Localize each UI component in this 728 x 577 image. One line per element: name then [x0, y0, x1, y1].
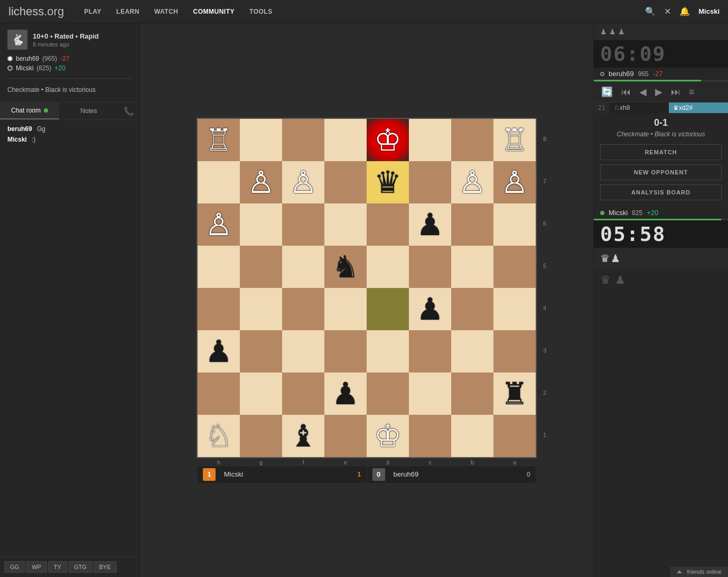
- square-f3[interactable]: [282, 330, 324, 373]
- square-b4[interactable]: [451, 288, 493, 330]
- square-h2[interactable]: [198, 373, 240, 415]
- square-g5[interactable]: [240, 246, 282, 288]
- square-d3[interactable]: [367, 330, 409, 373]
- logo[interactable]: lichess.org: [8, 5, 64, 18]
- square-b1[interactable]: [451, 415, 493, 457]
- tab-notes[interactable]: Notes: [59, 103, 118, 119]
- square-b5[interactable]: [451, 246, 493, 288]
- square-e1[interactable]: [324, 415, 367, 457]
- move-white-21[interactable]: ♘xh8: [610, 103, 669, 113]
- rematch-button[interactable]: REMATCH: [600, 144, 722, 160]
- square-g3[interactable]: [240, 330, 282, 373]
- square-d6[interactable]: [367, 203, 409, 246]
- square-e6[interactable]: [324, 203, 367, 246]
- square-e2[interactable]: ♟: [324, 373, 367, 415]
- player-bottom-name[interactable]: Micski: [609, 209, 628, 217]
- player-black-name[interactable]: Micski: [16, 64, 33, 72]
- square-h1[interactable]: ♘: [198, 415, 240, 457]
- square-h4[interactable]: [198, 288, 240, 330]
- square-c3[interactable]: [409, 330, 451, 373]
- square-e7[interactable]: [324, 161, 367, 203]
- square-b8[interactable]: [451, 119, 493, 161]
- search-icon[interactable]: 🔍: [645, 6, 656, 16]
- square-f1[interactable]: ♝: [282, 415, 324, 457]
- square-h5[interactable]: [198, 246, 240, 288]
- nav-play[interactable]: PLAY: [77, 0, 109, 23]
- square-b6[interactable]: [451, 203, 493, 246]
- analysis-board-button[interactable]: ANALYSIS BOARD: [600, 184, 722, 200]
- square-b3[interactable]: [451, 330, 493, 373]
- move-btn-last[interactable]: ⏭: [668, 85, 684, 100]
- square-c5[interactable]: [409, 246, 451, 288]
- nav-watch[interactable]: WATCH: [147, 0, 186, 23]
- move-btn-flip[interactable]: 🔄: [598, 84, 616, 100]
- move-btn-prev[interactable]: ◀: [636, 84, 650, 100]
- move-btn-next[interactable]: ▶: [652, 84, 666, 100]
- bell-icon[interactable]: 🔔: [679, 6, 690, 16]
- move-black-21[interactable]: ♛xd2#: [669, 103, 728, 113]
- chat-btn-gtg[interactable]: GTG: [68, 561, 92, 573]
- square-a1[interactable]: [493, 415, 536, 457]
- square-e5[interactable]: ♞: [324, 246, 367, 288]
- square-c1[interactable]: [409, 415, 451, 457]
- square-f5[interactable]: [282, 246, 324, 288]
- square-a8[interactable]: ♖: [493, 119, 536, 161]
- square-a4[interactable]: [493, 288, 536, 330]
- square-d7[interactable]: ♛: [367, 161, 409, 203]
- square-g7[interactable]: ♙: [240, 161, 282, 203]
- score-name-1[interactable]: Micski: [224, 470, 353, 478]
- chess-board[interactable]: ♖ ♔ ♖ ♙ ♙ ♛ ♙ ♙ ♙: [197, 118, 537, 458]
- move-btn-first[interactable]: ⏮: [618, 85, 634, 100]
- square-d5[interactable]: [367, 246, 409, 288]
- player-top-name[interactable]: beruh69: [609, 70, 634, 78]
- score-name-2[interactable]: beruh69: [394, 470, 522, 478]
- tab-chat-room[interactable]: Chat room: [0, 103, 59, 119]
- square-h7[interactable]: [198, 161, 240, 203]
- square-f2[interactable]: [282, 373, 324, 415]
- chat-btn-wp[interactable]: WP: [26, 561, 47, 573]
- nav-community[interactable]: COMMUNITY: [186, 0, 242, 23]
- square-g6[interactable]: [240, 203, 282, 246]
- square-b7[interactable]: ♙: [451, 161, 493, 203]
- square-c6[interactable]: ♟: [409, 203, 451, 246]
- chat-btn-ty[interactable]: TY: [48, 561, 67, 573]
- square-a7[interactable]: ♙: [493, 161, 536, 203]
- square-c8[interactable]: [409, 119, 451, 161]
- close-icon[interactable]: ✕: [664, 6, 671, 16]
- square-f6[interactable]: [282, 203, 324, 246]
- new-opponent-button[interactable]: NEW OPPONENT: [600, 164, 722, 180]
- player-white-name[interactable]: beruh69: [16, 55, 39, 62]
- square-f4[interactable]: [282, 288, 324, 330]
- square-a5[interactable]: [493, 246, 536, 288]
- square-a3[interactable]: [493, 330, 536, 373]
- square-d2[interactable]: [367, 373, 409, 415]
- chat-sender-2[interactable]: Micski: [7, 136, 27, 143]
- nav-learn[interactable]: LEARN: [109, 0, 147, 23]
- nav-tools[interactable]: TOOLS: [242, 0, 280, 23]
- chat-sender-1[interactable]: beruh69: [7, 125, 32, 133]
- chat-btn-bye[interactable]: BYE: [94, 561, 117, 573]
- square-d8[interactable]: ♔: [367, 119, 409, 161]
- square-e4[interactable]: [324, 288, 367, 330]
- square-d1[interactable]: ♔: [367, 415, 409, 457]
- username[interactable]: Micski: [698, 7, 720, 15]
- square-g4[interactable]: [240, 288, 282, 330]
- square-h6[interactable]: ♙: [198, 203, 240, 246]
- square-f7[interactable]: ♙: [282, 161, 324, 203]
- square-d4[interactable]: [367, 288, 409, 330]
- square-g2[interactable]: [240, 373, 282, 415]
- square-e3[interactable]: [324, 330, 367, 373]
- square-g1[interactable]: [240, 415, 282, 457]
- square-c2[interactable]: [409, 373, 451, 415]
- call-button[interactable]: 📞: [118, 103, 139, 119]
- square-c4[interactable]: ♟: [409, 288, 451, 330]
- square-c7[interactable]: [409, 161, 451, 203]
- move-btn-menu[interactable]: ≡: [686, 85, 698, 100]
- square-a6[interactable]: [493, 203, 536, 246]
- square-b2[interactable]: [451, 373, 493, 415]
- square-e8[interactable]: [324, 119, 367, 161]
- square-g8[interactable]: [240, 119, 282, 161]
- square-h8[interactable]: ♖: [198, 119, 240, 161]
- friends-bar[interactable]: friends online: [670, 566, 728, 577]
- square-a2[interactable]: ♜: [493, 373, 536, 415]
